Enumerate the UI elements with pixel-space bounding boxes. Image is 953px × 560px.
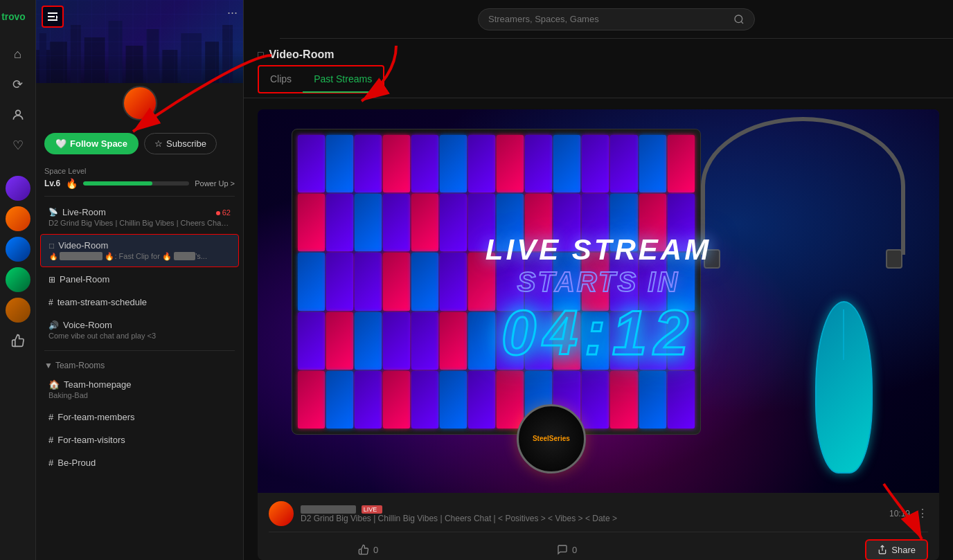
video-user-info: LIVE D2 Grind Big Vibes | Chillin Big Vi… <box>301 503 882 523</box>
heart-icon[interactable]: ♡ <box>6 133 30 158</box>
svg-marker-18 <box>56 15 57 19</box>
for-team-members-item[interactable]: # For-team-members <box>40 406 239 428</box>
for-team-visitors-name: For-team-visitors <box>57 435 125 445</box>
home-icon[interactable]: ⌂ <box>6 42 30 66</box>
star-icon: ☆ <box>154 138 163 149</box>
channel-avatar-row <box>36 83 243 126</box>
voice-room-name: Voice-Room <box>63 320 112 330</box>
live-stream-text: LIVE STREAM <box>486 233 711 267</box>
subscribe-button-label: Subscribe <box>166 138 206 149</box>
live-room-item[interactable]: 📡 Live-Room 62 D2 Grind Big Vibes | Chil… <box>40 201 239 233</box>
comment-icon <box>557 544 568 555</box>
share-button[interactable]: Share <box>865 539 928 561</box>
team-homepage-name: Team-homepage <box>64 379 132 390</box>
content-area: □ Video-Room Clips Past Streams <box>244 39 953 560</box>
level-progress-bar <box>83 181 189 186</box>
sidebar-collapse-button[interactable] <box>42 6 64 28</box>
top-bar <box>280 0 953 39</box>
logo[interactable]: trovo <box>1 7 35 29</box>
be-proud-item[interactable]: # Be-Proud <box>40 452 239 473</box>
panel-icon: ⊞ <box>48 275 55 284</box>
video-icon: □ <box>49 241 54 251</box>
video-meta: LIVE D2 Grind Big Vibes | Chillin Big Vi… <box>269 501 928 526</box>
refresh-icon[interactable]: ⟳ <box>6 72 30 97</box>
video-section: SteelSeries LIVE STREAM STARTS IN 04:12 <box>244 98 953 560</box>
svg-text:trovo: trovo <box>1 12 25 22</box>
divider-1 <box>44 196 235 197</box>
for-team-visitors-item[interactable]: # For-team-visitors <box>40 429 239 451</box>
avatar-5[interactable] <box>6 298 30 323</box>
level-number: Lv.6 <box>44 179 60 188</box>
video-text-overlay: LIVE STREAM STARTS IN 04:12 <box>258 109 939 493</box>
video-room-subtitle: 🔥 ████████ 🔥: Fast Clip for 🔥 ████'s... <box>49 252 230 261</box>
main-wrapper: □ Video-Room Clips Past Streams <box>244 0 953 560</box>
live-indicator <box>216 211 220 215</box>
search-bar[interactable] <box>478 8 755 30</box>
schedule-icon: # <box>48 298 53 307</box>
comment-count: 0 <box>572 545 577 555</box>
countdown-text: 04:12 <box>501 298 695 369</box>
chevron-icon: ▼ <box>44 361 53 370</box>
avatar-4[interactable] <box>6 267 30 292</box>
divider-2 <box>44 350 235 351</box>
like-count: 0 <box>373 545 378 555</box>
svg-rect-17 <box>48 19 57 21</box>
video-room-item[interactable]: □ Video-Room 🔥 ████████ 🔥: Fast Clip for… <box>40 234 239 267</box>
space-level-label: Space Level <box>44 167 235 175</box>
svg-point-1 <box>15 110 20 115</box>
avatar-1[interactable] <box>6 176 30 201</box>
team-rooms-label: Team-Rooms <box>55 361 105 370</box>
viewer-count: 62 <box>216 208 231 217</box>
tab-clips[interactable]: Clips <box>259 66 303 93</box>
voice-room-subtitle: Come vibe out chat and play <3 <box>48 332 231 340</box>
voice-room-item[interactable]: 🔊 Voice-Room Come vibe out chat and play… <box>40 314 239 345</box>
panel-room-item[interactable]: ⊞ Panel-Room <box>40 269 239 290</box>
svg-point-19 <box>735 15 742 23</box>
video-username: LIVE <box>301 503 882 514</box>
team-homepage-item[interactable]: 🏠 Team-homepage Baking-Bad <box>40 374 239 405</box>
search-icon <box>733 14 745 25</box>
video-room-name: Video-Room <box>58 240 108 251</box>
hash-icon-3: # <box>48 458 53 468</box>
team-rooms-header[interactable]: ▼ Team-Rooms <box>36 355 243 373</box>
content-header: □ Video-Room <box>244 39 953 61</box>
channel-actions: 🤍 Follow Space ☆ Subscribe <box>36 126 243 161</box>
channel-banner: ··· <box>36 0 243 83</box>
live-room-name: Live-Room <box>62 207 106 217</box>
video-more-options-button[interactable]: ⋮ <box>917 507 928 520</box>
video-thumbnail[interactable]: SteelSeries LIVE STREAM STARTS IN 04:12 <box>258 109 939 493</box>
svg-rect-15 <box>48 12 57 14</box>
hash-icon-1: # <box>48 412 53 422</box>
schedule-item[interactable]: # team-stream-schedule <box>40 291 239 313</box>
comment-button[interactable]: 0 <box>467 541 666 558</box>
team-homepage-sub: Baking-Bad <box>48 391 231 399</box>
video-duration: 10:19 <box>889 509 910 518</box>
channel-sidebar: ··· 🤍 Follow Space ☆ Subscribe Space Lev… <box>36 0 244 560</box>
tab-past-streams[interactable]: Past Streams <box>303 66 383 93</box>
content-room-icon: □ <box>258 49 263 60</box>
video-actions: 0 0 <box>269 532 928 561</box>
thumb-up-icon <box>358 544 369 555</box>
avatar-3[interactable] <box>6 237 30 262</box>
thumbup-icon[interactable] <box>6 328 30 353</box>
live-room-subtitle: D2 Grind Big Vibes | Chillin Big Vibes |… <box>48 219 231 227</box>
svg-rect-14 <box>36 0 243 83</box>
home-team-icon: 🏠 <box>48 379 60 390</box>
power-up-link[interactable]: Power Up > <box>195 179 235 188</box>
search-input[interactable] <box>488 14 728 24</box>
video-title: D2 Grind Big Vibes | Chillin Big Vibes |… <box>301 514 882 523</box>
tabs-section: Clips Past Streams <box>244 61 953 98</box>
profile-icon[interactable] <box>6 102 30 127</box>
banner-options-button[interactable]: ··· <box>227 6 238 20</box>
video-card: SteelSeries LIVE STREAM STARTS IN 04:12 <box>258 109 939 560</box>
svg-rect-16 <box>48 16 55 17</box>
for-team-members-name: For-team-members <box>57 412 134 422</box>
share-icon <box>878 545 887 554</box>
subscribe-button[interactable]: ☆ Subscribe <box>144 133 217 154</box>
like-button[interactable]: 0 <box>269 541 467 558</box>
space-level-section: Space Level Lv.6 🔥 Power Up > <box>36 161 243 192</box>
follow-space-button[interactable]: 🤍 Follow Space <box>44 133 139 154</box>
schedule-name: team-stream-schedule <box>57 297 147 307</box>
avatar-2[interactable] <box>6 206 30 231</box>
icon-sidebar: trovo ⌂ ⟳ ♡ <box>0 0 36 560</box>
